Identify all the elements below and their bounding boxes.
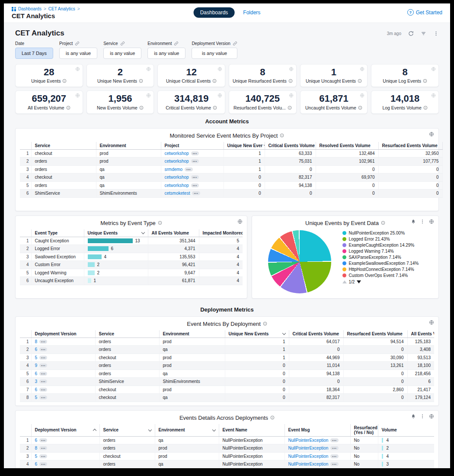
column-header[interactable]: Unique New Ever [224,142,265,150]
ellipsis-badge[interactable]: ••• [191,183,199,187]
ellipsis-badge[interactable]: ••• [192,191,200,195]
cell-link[interactable]: NullPointerException [288,438,329,443]
globe-icon[interactable] [429,219,434,224]
filter-value-environment[interactable]: is any value [147,48,185,59]
ellipsis-badge[interactable]: ••• [39,388,47,392]
globe-icon[interactable] [289,67,294,71]
column-header[interactable]: Deployment Version [31,424,99,437]
column-header[interactable]: All Events Volume [148,229,199,237]
column-header[interactable]: Resolved Events Volume [316,142,378,150]
ellipsis-badge[interactable]: ••• [39,380,47,383]
info-icon[interactable] [288,106,292,110]
legend-item[interactable]: NullPointerException 25.00% [342,230,423,236]
column-header[interactable]: Event Type [31,229,84,237]
column-header[interactable]: Volume [378,424,434,437]
info-icon[interactable] [66,106,70,110]
column-header[interactable]: Resurfaced Events Volume [378,142,442,150]
page-down-icon[interactable] [357,280,361,283]
globe-icon[interactable] [146,93,151,98]
globe-icon[interactable] [289,93,294,98]
cell-link[interactable]: NullPointerException [288,462,329,466]
globe-icon[interactable] [429,414,434,419]
column-header[interactable]: Unique New Events [225,330,289,338]
tab-dashboards[interactable]: Dashboards [194,7,235,18]
globe-icon[interactable] [360,67,364,71]
info-icon[interactable] [62,79,67,83]
page-up-icon[interactable] [342,280,347,283]
ellipsis-badge[interactable]: ••• [185,167,192,171]
refresh-icon[interactable] [408,31,414,36]
info-icon[interactable] [213,106,217,110]
column-header[interactable]: Environment [96,142,161,150]
info-icon[interactable] [139,79,143,83]
ellipsis-badge[interactable]: ••• [330,454,338,458]
column-header[interactable]: All Events Volume [407,330,434,338]
kebab-menu-icon[interactable] [433,31,439,36]
info-icon[interactable] [139,106,144,110]
info-icon[interactable] [212,79,217,83]
version-link[interactable]: 6 [35,462,38,466]
version-link[interactable]: 6 [35,387,38,392]
column-header[interactable]: Impacted Monitored Services [199,229,243,237]
ellipsis-badge[interactable]: ••• [39,363,47,367]
globe-icon[interactable] [431,93,436,98]
filter-value-deployment-version[interactable]: is any value [192,48,237,59]
info-icon[interactable] [263,322,267,326]
info-icon[interactable] [423,79,427,83]
version-link[interactable]: 6 [35,371,38,376]
ellipsis-badge[interactable]: ••• [39,340,47,344]
version-link[interactable]: 5 [35,454,38,459]
legend-item[interactable]: ExampleCaughtException 14.29% [342,242,423,248]
tab-folders[interactable]: Folders [243,10,260,16]
globe-icon[interactable] [429,132,434,137]
pie-chart[interactable] [268,230,331,293]
column-header[interactable]: Service [95,330,159,338]
version-link[interactable]: 5 [35,395,38,400]
column-header[interactable]: Resurfaced Events Volume [343,330,407,338]
column-header[interactable]: Event Name [219,424,285,437]
column-header[interactable]: Project [161,142,224,150]
filter-value-service[interactable]: is any value [103,48,141,59]
legend-item[interactable]: HttpHostConnectException 7.14% [342,267,423,272]
cell-link[interactable]: cetworkshop [165,183,189,188]
legend-item[interactable]: ExampleSwallowedException 7.14% [342,261,423,266]
column-header[interactable]: Event Msg [285,424,350,437]
globe-icon[interactable] [217,67,222,71]
ellipsis-badge[interactable]: ••• [330,446,338,450]
get-started-link[interactable]: ? Get Started [407,9,442,16]
legend-item[interactable]: SAXParseException 7.14% [342,254,423,260]
kebab-menu-icon[interactable] [420,219,425,224]
legend-item[interactable]: Logged Error 21.43% [342,236,423,242]
breadcrumb-link[interactable]: CET Analytics [48,6,75,11]
globe-icon[interactable] [429,320,434,325]
column-header[interactable]: Environment [155,424,219,437]
ellipsis-badge[interactable]: ••• [39,347,47,351]
legend-item[interactable]: Logged Warning 7.14% [342,248,423,254]
globe-icon[interactable] [146,67,151,71]
cell-link[interactable]: cetworkshop [165,175,189,180]
ellipsis-badge[interactable]: ••• [39,372,47,376]
ellipsis-badge[interactable]: ••• [39,396,47,399]
info-icon[interactable] [280,133,284,138]
info-icon[interactable] [270,415,275,420]
column-header[interactable]: Resurfaced(Yes / No) [350,424,378,437]
cell-link[interactable]: NullPointerException [288,454,329,459]
globe-icon[interactable] [75,67,80,71]
bell-icon[interactable] [411,219,416,224]
column-header[interactable]: Unique Events [84,229,148,237]
globe-icon[interactable] [431,67,436,71]
ellipsis-badge[interactable]: ••• [191,159,199,163]
column-header[interactable]: Critical Events Volume [265,142,316,150]
info-icon[interactable] [358,79,362,83]
globe-icon[interactable] [75,93,80,98]
cell-link[interactable]: srmdemo [165,167,183,172]
info-icon[interactable] [158,221,162,225]
version-link[interactable]: 8 [35,446,38,450]
ellipsis-badge[interactable]: ••• [330,438,338,442]
globe-icon[interactable] [360,93,364,98]
version-link[interactable]: 3 [35,379,38,384]
info-icon[interactable] [423,106,428,110]
version-link[interactable]: 6 [35,438,38,443]
ellipsis-badge[interactable]: ••• [39,438,47,442]
version-link[interactable]: 5 [35,355,38,360]
